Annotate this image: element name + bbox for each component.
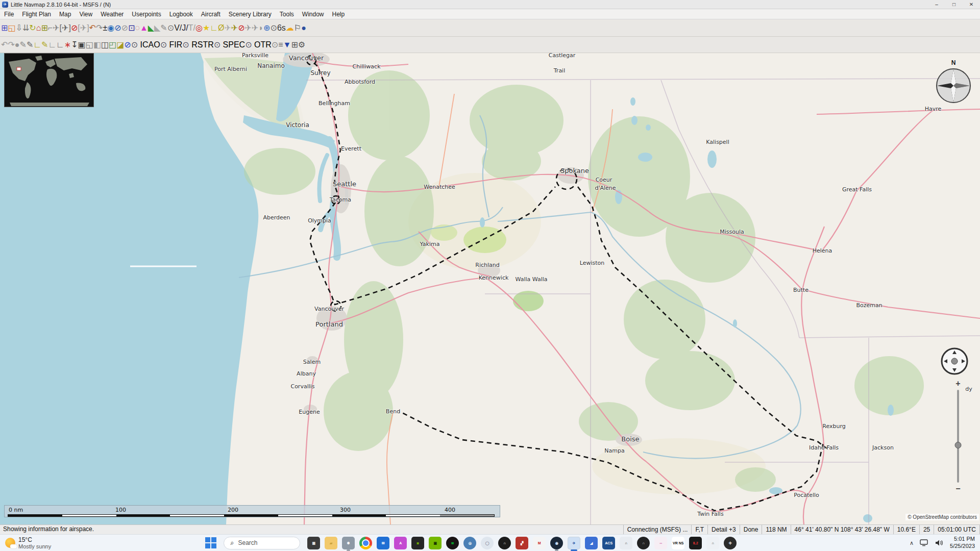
show-ils-button[interactable]: ◣: [148, 23, 154, 33]
blue-spiral-app-icon[interactable]: ◎: [463, 537, 476, 549]
show-tracks-button[interactable]: T/: [188, 23, 195, 33]
map-canvas[interactable]: ParksvillePort AlberniNanaimoVancouverSu…: [0, 53, 980, 524]
map-home-button[interactable]: ⌂: [36, 23, 41, 33]
show-gls-button[interactable]: ◣: [154, 23, 160, 33]
show-airports-button[interactable]: ⊘: [114, 23, 121, 33]
headphones-app-icon[interactable]: ∩: [620, 537, 632, 549]
layout-reset-button[interactable]: ◱: [86, 40, 93, 49]
edit-userpoint-button[interactable]: ✎: [27, 40, 33, 49]
show-aircraft-trail-button[interactable]: ✈: [231, 23, 238, 33]
overview-map[interactable]: [4, 53, 94, 107]
show-waypoints-button[interactable]: ▲: [140, 23, 148, 33]
vr-goggles-app-icon[interactable]: ∞: [654, 537, 667, 549]
airspace-special-button[interactable]: ⊙ SPEC: [214, 40, 245, 49]
menu-item[interactable]: Userpoints: [128, 10, 165, 19]
start-button[interactable]: [204, 536, 217, 549]
menu-item[interactable]: Scenery Library: [225, 10, 276, 19]
nvidia-dark-icon[interactable]: ◙: [411, 537, 424, 549]
menu-item[interactable]: Window: [298, 10, 328, 19]
airspace-online-button[interactable]: ⊙: [272, 40, 278, 49]
zoom-slider-track[interactable]: [957, 390, 959, 483]
msi-center-icon[interactable]: M: [533, 537, 546, 549]
settings-icon[interactable]: ✱: [342, 537, 355, 549]
weather-source-button[interactable]: ☁: [286, 23, 294, 33]
route-redo-button[interactable]: ↷: [8, 40, 14, 49]
delete-aircraft-trail-button[interactable]: ⊘: [238, 23, 244, 33]
minimize-button[interactable]: –: [928, 0, 945, 9]
center-aircraft-button[interactable]: [✈]: [60, 23, 71, 33]
layout-fullscreen-button[interactable]: ◰: [109, 40, 116, 49]
measure-distance-button[interactable]: ↧: [71, 40, 78, 49]
airspace-fir-button[interactable]: ⊙ FIR: [160, 40, 183, 49]
show-mora-button[interactable]: ◗: [258, 23, 263, 33]
grey-circle-app-icon[interactable]: ◯: [481, 537, 494, 549]
chrome-icon[interactable]: [359, 537, 372, 549]
search-box[interactable]: ⌕ Search: [224, 537, 300, 549]
il2-app-icon[interactable]: IL2: [689, 537, 702, 549]
zoom-out-button[interactable]: −: [955, 485, 960, 493]
menu-item[interactable]: Map: [55, 10, 75, 19]
sun-shading-time-button[interactable]: 6s: [277, 23, 286, 33]
layout-save-button[interactable]: ◫: [101, 40, 109, 49]
menu-item[interactable]: Flight Plan: [18, 10, 55, 19]
close-button[interactable]: ✕: [963, 0, 980, 9]
dock-add-button[interactable]: ⊞: [291, 40, 298, 49]
center-flightplan-button[interactable]: ⊞: [41, 23, 47, 33]
headphones2-app-icon[interactable]: ∩: [706, 537, 719, 549]
show-aircraft-trail-off-button[interactable]: ✈: [224, 23, 231, 33]
show-ai-ship-button[interactable]: ✈: [252, 23, 258, 33]
show-vor-button[interactable]: ⊡: [128, 23, 135, 33]
obs-fan-app-icon[interactable]: ✣: [724, 537, 737, 549]
tray-chevron-icon[interactable]: ∧: [910, 540, 914, 546]
show-ai-aircraft-button[interactable]: ✈: [245, 23, 252, 33]
show-highlight-button[interactable]: ★: [203, 23, 210, 33]
show-grid-button[interactable]: ⊕: [263, 23, 270, 33]
spotify-icon[interactable]: ≋: [446, 537, 459, 549]
show-jet-airways-button[interactable]: J/: [182, 23, 188, 33]
maximize-button[interactable]: □: [945, 0, 963, 9]
layout-open-button[interactable]: ◧: [93, 40, 101, 49]
headset-app-icon[interactable]: ∩: [498, 537, 511, 549]
map-undo-button[interactable]: ↶: [89, 23, 96, 33]
layout-dock-button[interactable]: ◪: [116, 40, 124, 49]
steam-icon[interactable]: ◉: [550, 537, 563, 549]
menu-item[interactable]: Help: [328, 10, 349, 19]
elevation-profile-button[interactable]: ▼: [283, 40, 291, 49]
volume-icon[interactable]: [935, 539, 944, 546]
little-navmap-icon[interactable]: ✈: [568, 537, 580, 549]
weather-widget[interactable]: 15°C Mostly sunny: [0, 535, 56, 551]
show-airspaces-button[interactable]: ⊘: [124, 40, 131, 49]
reverse-route-button[interactable]: ↻: [29, 23, 36, 33]
show-victor-airways-button[interactable]: V/: [174, 23, 182, 33]
route-adjust-button[interactable]: ∟: [48, 40, 56, 49]
map-theme-button[interactable]: ●: [301, 23, 306, 33]
new-flightplan-button[interactable]: ⊞: [1, 23, 8, 33]
menu-item[interactable]: Aircraft: [197, 10, 225, 19]
map-navigation-pad[interactable]: [940, 347, 969, 375]
center-route-button[interactable]: ⌐: [48, 23, 53, 33]
dark-app-icon[interactable]: ▦: [307, 537, 320, 549]
show-ndb-button[interactable]: ◌: [135, 23, 140, 33]
blue-swoosh-app-icon[interactable]: ◢: [585, 537, 598, 549]
show-flightplan-trail-button[interactable]: ∟: [210, 23, 218, 33]
affinity-icon[interactable]: A: [394, 537, 407, 549]
sun-shading-button[interactable]: ⊙: [271, 23, 277, 33]
nvidia-green-icon[interactable]: ▣: [429, 537, 442, 549]
add-userpoint-button[interactable]: ✎: [41, 40, 48, 49]
wind-barbs-button[interactable]: ⚐: [294, 23, 301, 33]
edit-procedure-button[interactable]: ✎: [160, 23, 167, 33]
aircraft-no-center-button[interactable]: ⊘: [71, 23, 78, 33]
menu-item[interactable]: View: [75, 10, 96, 19]
map-redo-button[interactable]: ↷: [96, 23, 103, 33]
menu-item[interactable]: Logbook: [165, 10, 197, 19]
show-soft-airports-button[interactable]: ⊘: [121, 23, 128, 33]
file-explorer-icon[interactable]: ▰: [325, 537, 337, 549]
save-flightplan-button[interactable]: ⇩: [16, 23, 22, 33]
airspace-restricted-button[interactable]: ⊙ RSTR: [182, 40, 213, 49]
options-button[interactable]: ⚙: [298, 40, 305, 49]
map-detail-button[interactable]: ±: [103, 23, 107, 33]
map-globe-button[interactable]: ◉: [107, 23, 114, 33]
menu-item[interactable]: Tools: [276, 10, 298, 19]
zoom-in-button[interactable]: +: [955, 380, 960, 388]
route-adjust-alt-button[interactable]: ∟: [56, 40, 64, 49]
